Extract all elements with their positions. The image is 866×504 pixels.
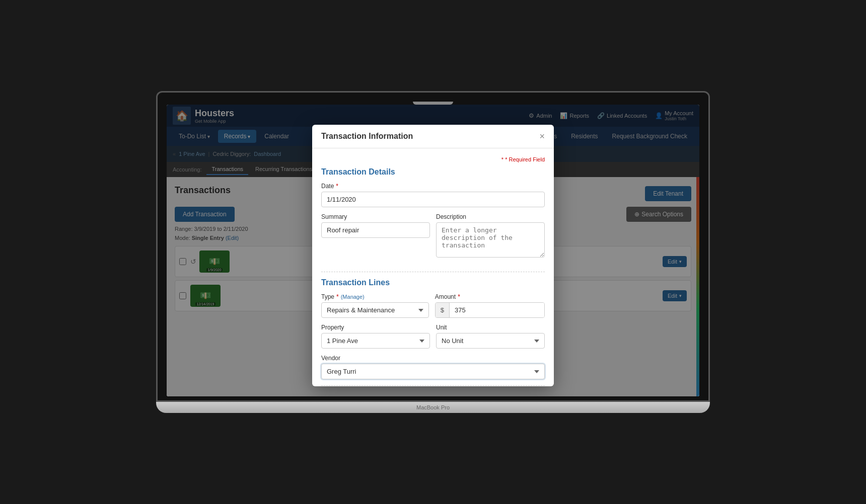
date-group: Date * [321, 183, 545, 207]
transaction-details-section: Transaction Details [321, 167, 545, 177]
vendor-label: Vendor [321, 355, 340, 362]
vendor-group: Vendor Greg Turri [321, 355, 545, 379]
date-input[interactable] [321, 192, 545, 207]
modal-close-button[interactable]: × [539, 132, 545, 141]
type-required: * [336, 293, 339, 300]
transaction-modal: Transaction Information × * * Required F… [312, 125, 554, 386]
summary-label: Summary [321, 213, 347, 220]
summary-input[interactable] [321, 222, 430, 238]
amount-label: Amount [435, 293, 456, 300]
amount-input[interactable] [450, 303, 544, 317]
manage-link[interactable]: (Manage) [341, 294, 365, 300]
type-group: Type * (Manage) Repairs & Maintenance [321, 293, 429, 318]
summary-group: Summary [321, 213, 430, 260]
amount-prefix: $ [436, 303, 450, 317]
date-label: Date [321, 183, 334, 190]
laptop-model-label: MacBook Pro [416, 404, 450, 410]
description-textarea[interactable] [436, 222, 545, 258]
modal-header: Transaction Information × [312, 125, 554, 148]
transaction-lines-section: Transaction Lines [321, 278, 545, 287]
type-label: Type [321, 293, 334, 300]
modal-backdrop: Transaction Information × * * Required F… [167, 105, 699, 396]
type-select[interactable]: Repairs & Maintenance [321, 302, 429, 318]
vendor-select[interactable]: Greg Turri [321, 364, 545, 379]
description-group: Description [436, 213, 545, 260]
property-label: Property [321, 324, 344, 331]
modal-title: Transaction Information [321, 132, 413, 141]
amount-field-wrapper: $ [435, 302, 545, 318]
unit-group: Unit No Unit [436, 324, 545, 349]
property-group: Property 1 Pine Ave [321, 324, 430, 349]
unit-label: Unit [436, 324, 447, 331]
description-label: Description [436, 213, 466, 220]
amount-required: * [458, 293, 460, 300]
required-note: * * Required Field [321, 156, 545, 162]
amount-group: Amount * $ [435, 293, 545, 318]
date-required: * [336, 183, 338, 190]
property-select[interactable]: 1 Pine Ave [321, 333, 430, 349]
unit-select[interactable]: No Unit [436, 333, 545, 349]
